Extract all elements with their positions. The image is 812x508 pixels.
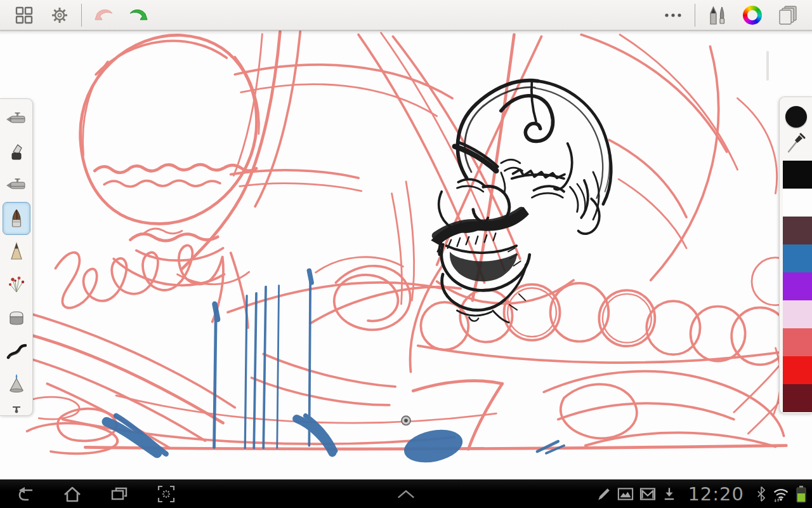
gallery-icon (617, 486, 634, 502)
tool-round-brush[interactable] (3, 202, 30, 235)
screenshot-button[interactable] (156, 484, 176, 504)
bluetooth-status (756, 486, 766, 502)
swatch-column (783, 161, 812, 413)
recent-apps-button[interactable] (109, 484, 129, 504)
clock[interactable]: 12:20 (688, 483, 744, 505)
gmail-icon (639, 487, 656, 501)
brush-toolbar (0, 98, 33, 416)
color-swatch-red[interactable] (783, 356, 812, 384)
eraser-icon (7, 309, 26, 326)
tool-smudge[interactable] (3, 334, 30, 367)
scroll-indicator (766, 51, 769, 81)
battery-status (796, 485, 807, 503)
flower-brush-icon (6, 274, 27, 295)
brush-library-button[interactable] (699, 0, 735, 30)
pen-input-status[interactable] (596, 486, 612, 502)
tool-eraser[interactable] (3, 301, 30, 334)
tool-marker[interactable] (3, 136, 30, 169)
redo-icon (128, 7, 150, 23)
bluetooth-icon (756, 486, 766, 502)
eyedropper-icon (785, 133, 807, 154)
download-complete-status[interactable] (662, 486, 677, 502)
color-swatch-dark-red[interactable] (783, 384, 812, 412)
wifi-icon (772, 486, 790, 502)
top-toolbar (0, 0, 812, 30)
redo-button[interactable] (121, 0, 157, 30)
gmail-notification[interactable] (639, 487, 656, 501)
tablet-screen: 12:20 (0, 0, 812, 508)
android-system-bar: 12:20 (0, 479, 812, 508)
eyedropper-button[interactable] (785, 133, 807, 154)
smudge-stroke-icon (6, 342, 27, 359)
pen-icon (596, 486, 612, 502)
workspace-grid-button[interactable] (6, 0, 42, 30)
preferences-button[interactable] (42, 0, 77, 30)
color-swatch-purple[interactable] (783, 272, 812, 300)
home-icon (62, 485, 82, 503)
sketch-artwork (0, 30, 812, 479)
color-picker-button[interactable] (735, 0, 770, 30)
screenshot-icon (157, 485, 176, 504)
tool-flower-stamp[interactable] (3, 268, 30, 301)
marker-icon (7, 143, 26, 162)
download-icon (662, 486, 677, 502)
gear-icon (50, 6, 69, 25)
handle-icon (11, 406, 22, 413)
color-swatch-salmon[interactable] (783, 328, 812, 356)
tool-airbrush[interactable] (3, 103, 30, 136)
chevron-up-icon (396, 489, 416, 499)
more-options-button[interactable] (655, 0, 691, 30)
drawing-canvas[interactable] (0, 30, 812, 479)
tool-spray-cone[interactable] (3, 367, 30, 400)
tool-pencil[interactable] (3, 235, 30, 268)
color-swatch-white[interactable] (783, 189, 812, 217)
back-button[interactable] (15, 484, 36, 504)
undo-button[interactable] (86, 0, 121, 30)
panel-drag-handle[interactable] (11, 405, 22, 414)
brushes-icon (706, 5, 728, 25)
round-brush-icon (8, 208, 25, 229)
brush-cursor (402, 416, 410, 425)
current-color-indicator[interactable] (785, 106, 807, 128)
layers-icon (778, 5, 798, 25)
toolbar-divider (695, 4, 695, 27)
color-palette-panel (779, 97, 812, 414)
tool-ink-pen[interactable] (3, 169, 30, 202)
wifi-status (772, 486, 790, 502)
color-swatch-black[interactable] (783, 161, 812, 189)
gallery-notification[interactable] (617, 486, 634, 502)
spray-cone-icon (7, 373, 26, 394)
color-swatch-light-pink[interactable] (783, 300, 812, 328)
layers-button[interactable] (770, 0, 806, 30)
toolbar-divider (81, 4, 82, 27)
home-button[interactable] (62, 484, 82, 504)
ellipsis-icon (664, 13, 682, 18)
undo-icon (93, 7, 114, 23)
color-swatch-dark-maroon[interactable] (783, 217, 812, 244)
airbrush-icon (6, 111, 27, 128)
color-swatch-blue[interactable] (783, 244, 812, 272)
pencil-icon (8, 242, 25, 261)
recent-apps-icon (110, 485, 129, 503)
back-icon (16, 485, 35, 503)
color-wheel-icon (743, 6, 762, 25)
tray-expand-button[interactable] (396, 484, 416, 504)
battery-icon (796, 485, 807, 503)
ink-pen-icon (6, 177, 27, 194)
grid-icon (15, 6, 33, 24)
